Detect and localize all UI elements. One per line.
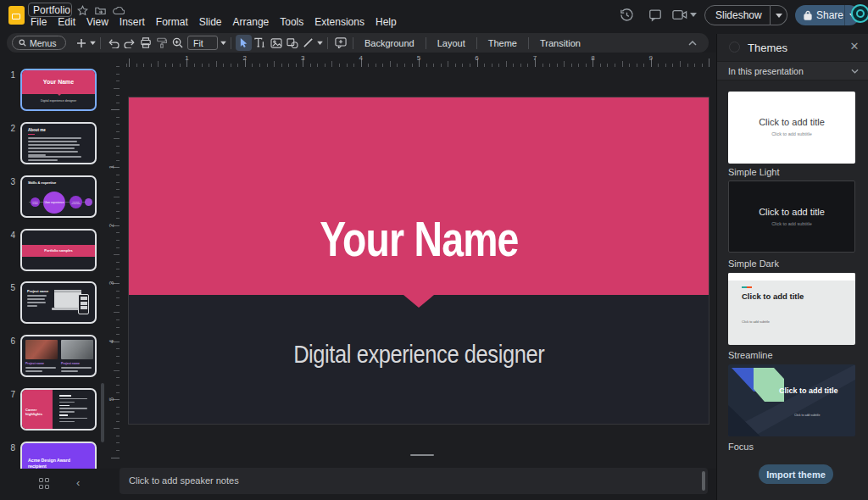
add-comment-icon bbox=[335, 37, 347, 48]
current-slide[interactable]: Your Name Digital experience designer bbox=[129, 97, 709, 424]
menu-item-format[interactable]: Format bbox=[153, 15, 191, 30]
ruler-number: 8 bbox=[591, 54, 594, 62]
redo-button[interactable] bbox=[121, 35, 137, 51]
menus-search-button[interactable]: Menus bbox=[12, 36, 66, 50]
insert-image-button[interactable] bbox=[268, 35, 284, 51]
slide-thumbnail-5[interactable]: Project name bbox=[20, 281, 97, 324]
comments-icon[interactable] bbox=[648, 8, 662, 22]
slide-number: 1 bbox=[3, 70, 15, 80]
text-line bbox=[28, 141, 77, 142]
search-icon bbox=[19, 39, 26, 47]
text-line bbox=[59, 408, 87, 409]
theme-scope-label: In this presentation bbox=[728, 66, 804, 76]
camera-dropdown-caret-icon[interactable] bbox=[690, 12, 697, 17]
text-line bbox=[27, 298, 45, 300]
new-slide-caret[interactable] bbox=[89, 35, 96, 51]
select-tool-button[interactable] bbox=[236, 35, 252, 51]
paint-format-button[interactable] bbox=[153, 35, 170, 51]
zoom-in-icon bbox=[172, 37, 183, 48]
transition-button[interactable]: Transition bbox=[533, 38, 587, 48]
slideshow-dropdown-caret[interactable] bbox=[771, 5, 787, 25]
theme-scope-dropdown[interactable]: In this presentation bbox=[717, 61, 868, 81]
zoom-select[interactable]: Fit bbox=[187, 36, 218, 50]
import-theme-button[interactable]: Import theme bbox=[759, 464, 833, 484]
close-panel-icon[interactable]: ✕ bbox=[849, 41, 860, 53]
slide-thumbnail-8[interactable]: Acme Design Award recipient bbox=[20, 442, 97, 469]
slide-thumbnail-7[interactable]: Career highlights bbox=[20, 388, 97, 431]
meet-camera-icon[interactable] bbox=[672, 9, 687, 20]
text-line bbox=[27, 302, 46, 303]
layout-button[interactable]: Layout bbox=[431, 38, 472, 48]
menu-item-insert[interactable]: Insert bbox=[117, 15, 147, 30]
menu-item-arrange[interactable]: Arrange bbox=[231, 15, 272, 30]
theme-card-focus[interactable]: Click to add title Click to add subtitle bbox=[728, 364, 855, 436]
ruler-number: 4 bbox=[108, 339, 115, 342]
version-history-icon[interactable] bbox=[620, 8, 634, 22]
cloud-status-icon[interactable] bbox=[113, 7, 125, 15]
ruler-number: 1 bbox=[108, 165, 115, 169]
text-line bbox=[28, 151, 78, 153]
undo-button[interactable] bbox=[105, 35, 121, 51]
slide-subtitle-text[interactable]: Digital experience designer bbox=[129, 340, 709, 369]
line-caret[interactable] bbox=[316, 35, 323, 51]
slides-logo bbox=[8, 6, 25, 25]
thumbnail-body-skeleton bbox=[25, 367, 58, 374]
menu-item-file[interactable]: File bbox=[28, 15, 49, 30]
slide-thumbnail-3[interactable]: Skills & expertise Motion design User ex… bbox=[20, 175, 97, 218]
theme-card-simple-dark[interactable]: Click to add title Click to add subtitle bbox=[728, 181, 855, 253]
theme-card-simple-light[interactable]: Click to add title Click to add subtitle bbox=[728, 92, 855, 164]
insert-shape-button[interactable] bbox=[284, 35, 300, 51]
slide-title-text[interactable]: Your Name bbox=[129, 210, 709, 267]
lock-icon bbox=[804, 10, 812, 20]
theme-name: Simple Light bbox=[728, 167, 780, 177]
text-line bbox=[59, 418, 87, 419]
menu-item-help[interactable]: Help bbox=[373, 15, 399, 30]
slide-thumbnail-4[interactable]: Portfolio samples bbox=[20, 229, 97, 271]
text-line bbox=[25, 367, 56, 369]
thumbnail-body-skeleton bbox=[28, 137, 84, 158]
theme-card-streamline[interactable]: Click to add title Click to add subtitle bbox=[728, 273, 855, 345]
menu-item-tools[interactable]: Tools bbox=[277, 15, 306, 30]
background-button[interactable]: Background bbox=[358, 38, 421, 48]
slideshow-button[interactable]: Slideshow bbox=[704, 5, 771, 25]
thumbnail-body-skeleton bbox=[59, 418, 88, 423]
theme-name: Focus bbox=[728, 442, 754, 452]
zoom-select-caret[interactable] bbox=[220, 35, 226, 51]
print-button[interactable] bbox=[137, 35, 153, 51]
chevron-up-icon bbox=[688, 41, 697, 46]
text-line bbox=[59, 398, 87, 400]
theme-button[interactable]: Theme bbox=[481, 38, 524, 48]
slide-thumbnail-1[interactable]: Your Name Digital experience designer bbox=[20, 69, 97, 111]
ruler-number: 2 bbox=[243, 54, 247, 62]
toolbar-actions: BackgroundLayoutThemeTransition bbox=[348, 33, 587, 53]
speaker-notes[interactable]: Click to add speaker notes bbox=[120, 468, 708, 494]
slide-thumbnail-2[interactable]: About me bbox=[20, 122, 97, 164]
collapse-toolbar-button[interactable] bbox=[684, 35, 700, 51]
account-avatar[interactable] bbox=[851, 4, 868, 23]
menu-item-view[interactable]: View bbox=[84, 15, 111, 30]
slide-number: 2 bbox=[3, 124, 15, 133]
collapse-filmstrip-icon[interactable]: ‹ bbox=[76, 476, 80, 489]
redo-icon bbox=[124, 38, 136, 48]
menu-item-extensions[interactable]: Extensions bbox=[312, 15, 367, 30]
move-folder-icon[interactable] bbox=[95, 6, 106, 15]
text-box-icon bbox=[253, 37, 266, 48]
share-button[interactable]: Share bbox=[795, 5, 844, 25]
notes-resize-handle[interactable] bbox=[410, 454, 434, 456]
zoom-value: Fit bbox=[193, 38, 203, 48]
menu-item-edit[interactable]: Edit bbox=[55, 15, 78, 30]
ruler-number: 7 bbox=[533, 54, 537, 62]
text-line bbox=[28, 156, 81, 158]
insert-comment-button[interactable] bbox=[332, 35, 348, 51]
menu-bar: FileEditViewInsertFormatSlideArrangeTool… bbox=[28, 15, 399, 30]
menu-item-slide[interactable]: Slide bbox=[197, 15, 225, 30]
new-slide-button[interactable] bbox=[73, 35, 89, 51]
notes-scrollbar[interactable] bbox=[702, 471, 705, 491]
text-box-tool-button[interactable] bbox=[252, 35, 268, 51]
slide-accent-notch bbox=[403, 295, 434, 308]
slide-thumbnail-6[interactable]: Project name Project name bbox=[20, 335, 97, 377]
zoom-button[interactable] bbox=[170, 35, 186, 51]
grid-view-icon[interactable] bbox=[39, 478, 50, 489]
insert-line-button[interactable] bbox=[300, 35, 316, 51]
filmstrip-scrollbar[interactable] bbox=[101, 383, 104, 442]
